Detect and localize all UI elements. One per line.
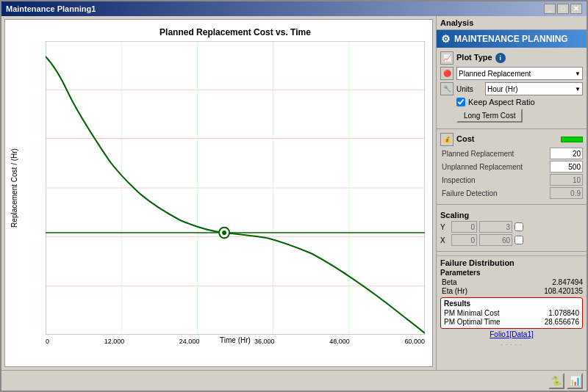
results-header: Results bbox=[444, 300, 579, 308]
failure-dist-header: Failure Distribution bbox=[440, 258, 583, 267]
cost-green-indicator bbox=[561, 137, 583, 142]
planned-replacement-label: Planned Replacement bbox=[442, 150, 550, 158]
divider-2 bbox=[437, 204, 587, 205]
units-arrow: ▼ bbox=[575, 86, 581, 92]
x-tick-1: 12,000 bbox=[104, 338, 125, 345]
scaling-x-row: X bbox=[440, 234, 583, 246]
unplanned-replacement-label: Unplanned Replacement bbox=[442, 163, 550, 171]
plot-type-select-row: 🔴 Planned Replacement ▼ bbox=[440, 67, 583, 80]
beta-value: 2.847494 bbox=[531, 278, 583, 286]
y-min-input[interactable] bbox=[451, 221, 477, 233]
failure-detection-row: Failure Detection bbox=[440, 187, 583, 199]
x-tick-5: 60,000 bbox=[404, 338, 425, 345]
window-title: Maintenance Planning1 bbox=[6, 4, 96, 13]
analysis-header: Analysis bbox=[437, 16, 587, 30]
chart-svg-element bbox=[46, 41, 425, 335]
minimize-button[interactable]: _ bbox=[544, 4, 556, 14]
mp-icon: ⚙ bbox=[441, 33, 451, 45]
cost-section-header: 💰 Cost bbox=[440, 133, 583, 146]
chart-container: Replacement Cost / (Hr) bbox=[46, 41, 425, 335]
close-button[interactable]: ✕ bbox=[570, 4, 582, 14]
y-max-input[interactable] bbox=[479, 221, 512, 233]
failure-distribution-section: Failure Distribution Parameters Beta 2.8… bbox=[437, 255, 587, 341]
chart-title: Planned Replacement Cost vs. Time bbox=[46, 27, 425, 37]
y-axis-label: Replacement Cost / (Hr) bbox=[10, 148, 18, 228]
beta-row: Beta 2.847494 bbox=[440, 278, 583, 286]
units-select[interactable]: Hour (Hr) ▼ bbox=[485, 82, 583, 95]
main-window: Maintenance Planning1 _ □ ✕ Planned Repl… bbox=[0, 0, 588, 392]
x-scale-checkbox[interactable] bbox=[514, 236, 523, 244]
scaling-y-row: Y bbox=[440, 221, 583, 233]
unplanned-replacement-row: Unplanned Replacement bbox=[440, 161, 583, 173]
plot-type-label: Plot Type bbox=[456, 53, 492, 62]
folio-link[interactable]: Folio1[Data1] bbox=[440, 330, 583, 338]
scaling-section: Scaling Y X bbox=[437, 208, 587, 250]
plot-type-select-icon[interactable]: 🔴 bbox=[440, 67, 453, 80]
select-arrow: ▼ bbox=[575, 70, 581, 77]
plot-type-icon[interactable]: 📈 bbox=[440, 51, 453, 65]
mp-title: MAINTENANCE PLANNING bbox=[454, 34, 568, 44]
units-label: Units bbox=[456, 85, 482, 93]
x-tick-3: 36,000 bbox=[254, 338, 275, 345]
title-bar: Maintenance Planning1 _ □ ✕ bbox=[1, 1, 587, 16]
pm-optimal-time-value: 28.656676 bbox=[531, 318, 579, 326]
x-tick-4: 48,000 bbox=[329, 338, 350, 345]
planned-replacement-row: Planned Replacement 20 bbox=[440, 148, 583, 159]
x-axis-label-text: X bbox=[440, 236, 449, 244]
aspect-ratio-row: Keep Aspect Ratio bbox=[456, 98, 583, 106]
failure-detection-label: Failure Detection bbox=[442, 189, 550, 197]
chart-button[interactable]: 📊 bbox=[567, 373, 583, 389]
inspection-label: Inspection bbox=[442, 176, 550, 184]
x-tick-2: 24,000 bbox=[179, 338, 200, 345]
x-max-input[interactable] bbox=[479, 234, 512, 246]
eta-label: Eta (Hr) bbox=[442, 287, 531, 295]
pm-minimal-cost-row: PM Minimal Cost 1.078840 bbox=[444, 309, 579, 317]
python-icon: 🐍 bbox=[551, 376, 562, 386]
y-axis-label-text: Y bbox=[440, 223, 449, 231]
failure-detection-input[interactable] bbox=[550, 187, 583, 199]
units-icon[interactable]: 🔧 bbox=[440, 82, 453, 95]
pm-minimal-cost-label: PM Minimal Cost bbox=[444, 309, 531, 317]
plot-type-row: 📈 Plot Type i bbox=[440, 51, 583, 65]
bottom-toolbar: 🐍 📊 bbox=[1, 370, 587, 391]
units-row: 🔧 Units Hour (Hr) ▼ bbox=[440, 82, 583, 95]
maintenance-planning-header: ⚙ MAINTENANCE PLANNING bbox=[437, 30, 587, 48]
inspection-row: Inspection bbox=[440, 174, 583, 186]
plot-type-select[interactable]: Planned Replacement ▼ bbox=[456, 67, 583, 80]
results-section: Results PM Minimal Cost 1.078840 PM Opti… bbox=[440, 297, 583, 329]
aspect-ratio-label: Keep Aspect Ratio bbox=[468, 98, 535, 106]
unplanned-replacement-input[interactable] bbox=[550, 161, 583, 173]
main-content: Planned Replacement Cost vs. Time Planne… bbox=[1, 16, 587, 370]
aspect-ratio-checkbox[interactable] bbox=[456, 98, 465, 106]
window-controls: _ □ ✕ bbox=[544, 4, 582, 14]
svg-point-16 bbox=[222, 231, 226, 235]
expand-dots: · · · · · bbox=[437, 341, 587, 348]
chart-area: Planned Replacement Cost vs. Time Planne… bbox=[4, 19, 433, 367]
maximize-button[interactable]: □ bbox=[557, 4, 569, 14]
divider-3 bbox=[437, 251, 587, 252]
pm-minimal-cost-value: 1.078840 bbox=[531, 309, 579, 317]
right-panel: Analysis ⚙ MAINTENANCE PLANNING 📈 Plot T… bbox=[436, 16, 587, 370]
chart-icon: 📊 bbox=[570, 376, 581, 386]
x-tick-0: 0 bbox=[46, 338, 49, 345]
pm-optimal-time-label: PM Optimal Time bbox=[444, 318, 531, 326]
chart-svg[interactable]: 0 12,000 24,000 36,000 48,000 60,000 bbox=[46, 41, 425, 335]
info-icon[interactable]: i bbox=[495, 53, 506, 63]
eta-value: 108.420135 bbox=[531, 287, 583, 295]
cost-icon[interactable]: 💰 bbox=[440, 133, 453, 146]
planned-replacement-input[interactable]: 20 bbox=[550, 148, 583, 159]
plot-type-section: 📈 Plot Type i 🔴 Planned Replacement ▼ 🔧 bbox=[437, 49, 587, 127]
x-min-input[interactable] bbox=[451, 234, 477, 246]
beta-label: Beta bbox=[442, 278, 531, 286]
eta-row: Eta (Hr) 108.420135 bbox=[440, 287, 583, 295]
python-button[interactable]: 🐍 bbox=[548, 373, 564, 389]
cost-label: Cost bbox=[456, 134, 474, 143]
scaling-label: Scaling bbox=[440, 211, 583, 219]
long-term-cost-button[interactable]: Long Term Cost bbox=[456, 109, 523, 123]
cost-section: 💰 Cost Planned Replacement 20 Unplanned … bbox=[437, 131, 587, 203]
y-scale-checkbox[interactable] bbox=[514, 222, 523, 231]
pm-optimal-time-row: PM Optimal Time 28.656676 bbox=[444, 318, 579, 326]
params-header: Parameters bbox=[440, 269, 583, 277]
divider-1 bbox=[437, 128, 587, 129]
inspection-input[interactable] bbox=[550, 174, 583, 186]
